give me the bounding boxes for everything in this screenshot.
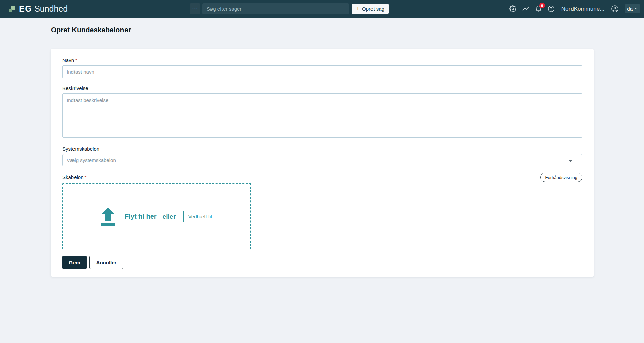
notification-badge: 9: [539, 3, 545, 8]
file-dropzone[interactable]: Flyt fil her eller Vedhæft fil: [62, 183, 251, 249]
user-icon[interactable]: [611, 5, 619, 13]
caret-down-icon: [568, 160, 573, 162]
ellipsis-icon: ⋯: [192, 5, 198, 12]
tenant-name: NordKommune...: [561, 6, 605, 12]
required-marker: *: [85, 174, 87, 180]
template-row: Skabelon* Forhåndsvisning: [62, 173, 582, 182]
description-textarea[interactable]: [62, 93, 582, 138]
plus-icon: +: [356, 6, 360, 12]
create-case-button[interactable]: + Opret sag: [352, 4, 389, 14]
form-actions: Gem Annuller: [62, 256, 582, 269]
language-label: da: [627, 6, 633, 12]
upload-drag-label: Flyt fil her: [125, 213, 157, 220]
gear-icon[interactable]: [509, 5, 516, 12]
system-template-label: Systemskabelon: [62, 146, 582, 152]
navbar-center: ⋯ + Opret sag: [190, 0, 389, 18]
eg-logo-icon: [7, 5, 15, 13]
app-logo: EG Sundhed: [0, 4, 68, 14]
search-input[interactable]: [202, 3, 349, 14]
logo-square-dark: [9, 9, 12, 12]
more-options-button[interactable]: ⋯: [190, 3, 200, 14]
attach-file-button[interactable]: Vedhæft fil: [183, 211, 217, 222]
required-marker: *: [75, 57, 77, 63]
navbar-right: 9 NordKommune... da: [509, 0, 640, 18]
trending-icon[interactable]: [522, 5, 529, 12]
language-selector[interactable]: da: [625, 4, 640, 13]
brand-name: EG: [19, 4, 32, 14]
notifications-button[interactable]: 9: [535, 5, 542, 12]
system-template-select[interactable]: Vælg systemskabelon: [62, 154, 582, 166]
save-button[interactable]: Gem: [62, 256, 87, 269]
chevron-down-icon: [634, 7, 638, 11]
main-content: Opret Kundeskabeloner Navn* Beskrivelse …: [0, 26, 644, 277]
upload-arrow-icon: [101, 207, 115, 226]
create-case-label: Opret sag: [362, 6, 384, 12]
upload-or-label: eller: [163, 213, 176, 220]
product-name: Sundhed: [34, 4, 68, 14]
preview-button[interactable]: Forhåndsvisning: [540, 173, 582, 182]
help-icon[interactable]: [548, 5, 555, 12]
top-navbar: EG Sundhed ⋯ + Opret sag 9: [0, 0, 644, 18]
cancel-button[interactable]: Annuller: [89, 256, 123, 269]
name-label: Navn*: [62, 57, 582, 63]
description-label: Beskrivelse: [62, 85, 582, 91]
system-template-placeholder: Vælg systemskabelon: [67, 157, 116, 163]
name-input[interactable]: [62, 65, 582, 78]
form-card: Navn* Beskrivelse Systemskabelon Vælg sy…: [51, 49, 594, 277]
template-label: Skabelon*: [62, 174, 86, 180]
page-title: Opret Kundeskabeloner: [51, 26, 644, 34]
